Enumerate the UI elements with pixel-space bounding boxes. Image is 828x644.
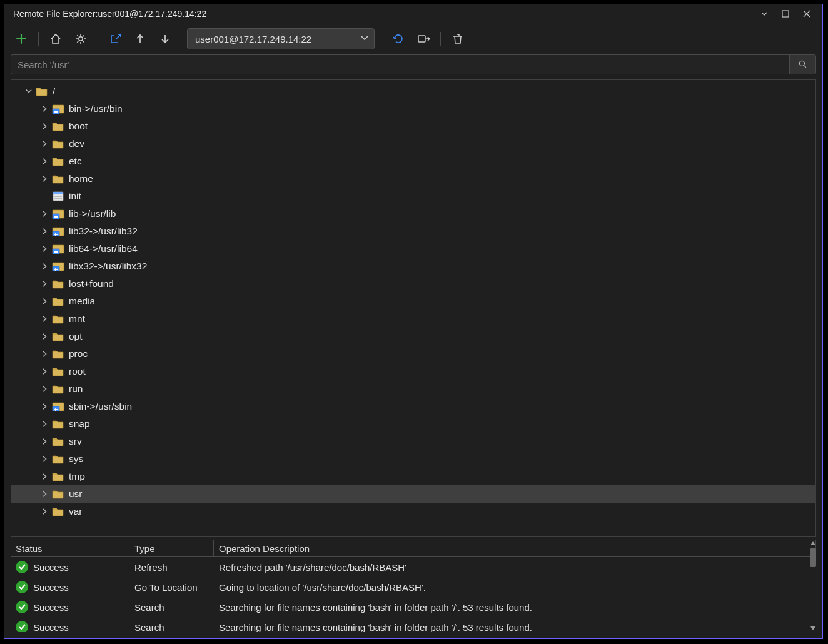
chevron-right-icon[interactable]	[41, 385, 49, 393]
tree-item[interactable]: usr	[11, 485, 815, 503]
status-type: Search	[129, 622, 214, 633]
chevron-right-icon[interactable]	[41, 473, 49, 480]
tree-item[interactable]: snap	[11, 415, 815, 433]
file-tree[interactable]: /bin->/usr/binbootdevetchomeinitlib->/us…	[11, 80, 815, 523]
status-header-desc[interactable]: Operation Description	[214, 540, 816, 557]
folder-icon	[51, 366, 65, 377]
status-body[interactable]: SuccessRefreshRefreshed path '/usr/share…	[11, 557, 816, 632]
maximize-button[interactable]	[775, 5, 796, 23]
settings-button[interactable]	[70, 28, 91, 49]
tree-item-label: srv	[69, 436, 82, 447]
chevron-right-icon[interactable]	[41, 298, 49, 305]
tree-item[interactable]: init	[11, 188, 815, 205]
chevron-right-icon[interactable]	[41, 140, 49, 148]
chevron-right-icon[interactable]	[41, 158, 49, 165]
tree-item[interactable]: lib32->/usr/lib32	[11, 223, 815, 240]
scroll-thumb[interactable]	[810, 548, 816, 567]
tree-item-label: home	[69, 173, 93, 184]
scroll-up-icon[interactable]	[809, 540, 817, 547]
chevron-right-icon[interactable]	[41, 228, 49, 235]
tree-item[interactable]: var	[11, 503, 815, 520]
status-desc: Searching for file names containing 'bas…	[214, 602, 816, 613]
chevron-right-icon[interactable]	[41, 105, 49, 113]
tree-item[interactable]: boot	[11, 118, 815, 135]
tree-item[interactable]: /	[11, 83, 815, 100]
tree-item[interactable]: etc	[11, 153, 815, 170]
scroll-down-icon[interactable]	[809, 625, 817, 632]
search-button[interactable]	[789, 55, 815, 74]
close-button[interactable]	[796, 5, 817, 23]
success-icon	[16, 581, 28, 593]
delete-button[interactable]	[447, 28, 468, 49]
chevron-right-icon[interactable]	[41, 403, 49, 410]
tree-item[interactable]: srv	[11, 433, 815, 450]
chevron-right-icon[interactable]	[41, 245, 49, 253]
status-row[interactable]: SuccessSearchSearching for file names co…	[11, 597, 816, 617]
status-row[interactable]: SuccessGo To LocationGoing to location o…	[11, 577, 816, 597]
status-desc: Going to location of '/usr/share/doc/bas…	[214, 582, 816, 593]
chevron-right-icon[interactable]	[41, 368, 49, 375]
chevron-right-icon[interactable]	[41, 455, 49, 463]
tree-item[interactable]: bin->/usr/bin	[11, 100, 815, 118]
open-external-button[interactable]	[104, 28, 126, 49]
chevron-right-icon[interactable]	[41, 490, 49, 498]
status-row[interactable]: SuccessRefreshRefreshed path '/usr/share…	[11, 557, 816, 577]
chevron-right-icon[interactable]	[41, 280, 49, 288]
tree-item-label: tmp	[69, 471, 85, 482]
address-selector[interactable]: user001@172.17.249.14:22	[187, 28, 375, 49]
tree-item[interactable]: root	[11, 363, 815, 380]
chevron-right-icon[interactable]	[41, 420, 49, 428]
tree-item[interactable]: lost+found	[11, 275, 815, 293]
chevron-right-icon[interactable]	[41, 210, 49, 218]
tree-item-label: opt	[69, 331, 83, 342]
symlink-icon	[51, 226, 65, 237]
chevron-right-icon[interactable]	[41, 333, 49, 340]
tree-item[interactable]: tmp	[11, 468, 815, 485]
search-input[interactable]	[11, 59, 789, 70]
status-row[interactable]: SuccessSearchSearching for file names co…	[11, 617, 816, 632]
tree-item[interactable]: home	[11, 170, 815, 188]
separator	[440, 32, 441, 46]
chevron-right-icon[interactable]	[41, 438, 49, 445]
search-bar	[11, 54, 816, 74]
tree-item[interactable]: mnt	[11, 310, 815, 328]
folder-icon	[51, 313, 65, 325]
tree-item[interactable]: libx32->/usr/libx32	[11, 258, 815, 275]
chevron-right-icon[interactable]	[41, 263, 49, 270]
tree-item[interactable]: media	[11, 293, 815, 310]
tree-item[interactable]: sbin->/usr/sbin	[11, 398, 815, 415]
folder-icon	[51, 488, 65, 500]
download-button[interactable]	[154, 28, 176, 49]
tree-item[interactable]: lib64->/usr/lib64	[11, 240, 815, 258]
tree-item[interactable]: lib->/usr/lib	[11, 205, 815, 223]
status-scrollbar[interactable]	[809, 540, 817, 632]
status-label: Success	[33, 622, 69, 633]
home-button[interactable]	[45, 28, 66, 49]
chevron-down-icon[interactable]	[25, 88, 33, 95]
tree-item[interactable]: sys	[11, 450, 815, 468]
status-header-status[interactable]: Status	[11, 540, 129, 557]
refresh-button[interactable]	[388, 28, 409, 49]
chevron-right-icon[interactable]	[41, 175, 49, 183]
symlink-icon	[51, 401, 65, 412]
address-text: user001@172.17.249.14:22	[195, 34, 311, 44]
goto-button[interactable]	[413, 28, 434, 49]
chevron-right-icon[interactable]	[41, 123, 49, 130]
tree-item[interactable]: run	[11, 380, 815, 398]
tree-item[interactable]: dev	[11, 135, 815, 153]
new-connection-button[interactable]	[11, 28, 32, 49]
folder-icon	[35, 86, 49, 97]
tree-item-label: boot	[69, 121, 88, 132]
chevron-right-icon[interactable]	[41, 315, 49, 323]
minimize-button[interactable]	[754, 5, 775, 23]
folder-icon	[51, 348, 65, 360]
chevron-right-icon[interactable]	[41, 508, 49, 515]
tree-item-label: sys	[69, 453, 83, 465]
folder-icon	[51, 156, 65, 167]
tree-item[interactable]: proc	[11, 345, 815, 363]
tree-item[interactable]: opt	[11, 328, 815, 345]
upload-button[interactable]	[129, 28, 151, 49]
chevron-right-icon[interactable]	[41, 350, 49, 358]
window-title: Remote File Explorer:user001@172.17.249.…	[13, 9, 206, 19]
status-header-type[interactable]: Type	[129, 540, 214, 557]
